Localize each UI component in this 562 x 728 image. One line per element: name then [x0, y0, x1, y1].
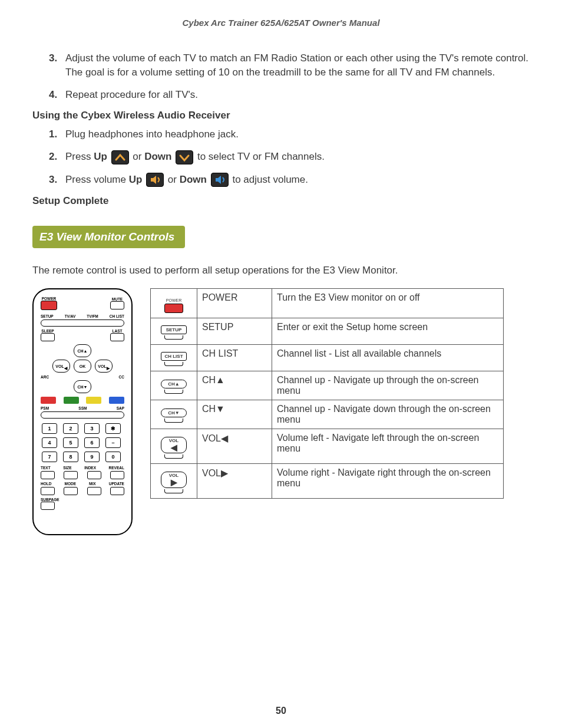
remote-green-key-icon [64, 397, 79, 404]
channel-down-icon [176, 150, 193, 164]
remote-key-4: 4 [42, 437, 57, 448]
mini-voll-icon: VOL◀ [161, 437, 187, 453]
remote-row2-bar-icon [41, 319, 124, 327]
mini-under-icon [164, 454, 183, 459]
table-row: CH▼ CH▼ Channel up - Navigate down throu… [151, 400, 504, 429]
remote-size-label: SIZE [63, 466, 71, 470]
remote-key-8: 8 [63, 452, 78, 462]
remote-update-button-icon [110, 487, 124, 495]
page-number: 50 [0, 706, 562, 716]
mini-volr-icon: VOL▶ [161, 472, 187, 488]
remote-key-1: 1 [42, 423, 57, 434]
chlist-icon-cell: CH LIST [151, 345, 197, 371]
table-row: CH▲ CH▲ Channel up - Navigate up through… [151, 371, 504, 400]
remote-mix-button-icon [87, 487, 101, 495]
triangle-right-icon: ▶ [171, 477, 177, 487]
control-desc: Channel list - List all available channe… [272, 345, 504, 371]
control-desc: Volume left - Navigate left through the … [272, 429, 504, 464]
table-row: CH LIST CH LIST Channel list - List all … [151, 345, 504, 371]
remote-key-0: 0 [105, 452, 121, 462]
remote-sleep-label: SLEEP [41, 329, 55, 333]
remote-diagram: POWER MUTE SETUP TV/AV TV/FM CH LIST SLE… [32, 288, 133, 535]
bold-down: Down [180, 174, 207, 185]
lower-layout: POWER MUTE SETUP TV/AV TV/FM CH LIST SLE… [32, 288, 530, 535]
remote-key-2: 2 [63, 423, 78, 434]
control-desc: Enter or exit the Setup home screen [272, 318, 504, 345]
mini-under-icon [164, 489, 183, 493]
remote-ok-icon: OK [74, 360, 91, 373]
power-icon-cell: POWER [151, 289, 197, 318]
step-text: Press Up or Down to select TV or FM chan… [65, 150, 530, 164]
receiver-step-3: 3. Press volume Up or Down to adjust vol… [49, 173, 530, 187]
remote-setup-label: SETUP [41, 314, 54, 318]
bold-down: Down [144, 151, 171, 162]
remote-subpage-button-icon [41, 502, 55, 510]
table-row: VOL◀ VOL◀ Volume left - Navigate left th… [151, 429, 504, 464]
control-name: CH▼ [197, 400, 272, 429]
step-number: 1. [49, 127, 65, 141]
remote-chlist-label: CH LIST [110, 314, 124, 318]
step-number: 3. [49, 173, 65, 187]
mini-under-icon [164, 362, 183, 366]
remote-mute-label: MUTE [110, 297, 124, 301]
mini-power-label: POWER [166, 298, 181, 302]
mini-under-icon [164, 390, 183, 394]
remote-psm-bar-icon [41, 411, 124, 419]
remote-key-7: 7 [42, 452, 57, 462]
text-post: to select TV or FM channels. [197, 151, 325, 162]
remote-index-label: INDEX [84, 466, 96, 470]
remote-key-6: 6 [84, 437, 100, 448]
remote-update-label: UPDATE [109, 482, 124, 486]
table-row: VOL▶ VOL▶ Volume right - Navigate right … [151, 464, 504, 499]
remote-subpage-label: SUBPAGE [41, 498, 124, 502]
controls-table: POWER POWER Turn the E3 View monitor on … [150, 288, 504, 499]
triangle-left-icon: ◀ [171, 443, 177, 452]
remote-blue-key-icon [109, 397, 124, 404]
remote-psm-label: PSM [41, 406, 49, 410]
remote-mode-button-icon [64, 487, 78, 495]
receiver-step-2: 2. Press Up or Down to select TV or FM c… [49, 150, 530, 164]
text-mid: or [133, 151, 144, 162]
control-desc: Channel up - Navigate down through the o… [272, 400, 504, 429]
remote-power-button-icon [41, 301, 57, 310]
chdn-icon-cell: CH▼ [151, 400, 197, 429]
remote-ch-up-icon: CH▲ [74, 344, 91, 357]
remote-mute-button-icon [110, 301, 124, 309]
manual-page: Cybex Arc Trainer 625A/625AT Owner's Man… [0, 0, 562, 728]
step-number: 3. [49, 51, 65, 80]
control-name: POWER [197, 289, 272, 318]
remote-hold-button-icon [41, 487, 55, 495]
table-row: POWER POWER Turn the E3 View monitor on … [151, 289, 504, 318]
remote-ch-down-icon: CH▼ [74, 380, 91, 393]
setup-icon-cell: SETUP [151, 318, 197, 345]
step-text: Adjust the volume of each TV to match an… [65, 51, 530, 80]
text-pre: Press volume [65, 174, 129, 185]
receiver-step-1: 1. Plug headphones into headphone jack. [49, 127, 530, 141]
mini-under-icon [164, 335, 183, 340]
remote-key-dash: – [105, 437, 121, 448]
text-post: to adjust volume. [232, 174, 308, 185]
remote-arc-label: ARC [41, 375, 49, 379]
remote-reveal-label: REVEAL [109, 466, 124, 470]
control-name: CH LIST [197, 345, 272, 371]
text-pre: Press [65, 151, 94, 162]
remote-sleep-button-icon [41, 333, 55, 341]
section-title: E3 View Monitor Controls [32, 226, 185, 248]
remote-key-star: ✱ [105, 423, 121, 434]
remote-key-9: 9 [84, 452, 100, 462]
remote-sap-label: SAP [117, 406, 124, 410]
control-desc: Channel up - Navigate up through the on-… [272, 371, 504, 400]
remote-text-button-icon [41, 471, 55, 479]
step-text: Repeat procedure for all TV's. [65, 88, 530, 102]
step-4: 4. Repeat procedure for all TV's. [49, 88, 530, 102]
step-text: Press volume Up or Down to adjust volume… [65, 173, 530, 187]
step-3: 3. Adjust the volume of each TV to match… [49, 51, 530, 80]
remote-last-button-icon [110, 333, 124, 341]
vol-r-text: VOL [98, 364, 106, 368]
control-name: VOL▶ [197, 464, 272, 499]
mini-chup-icon: CH▲ [161, 380, 187, 388]
remote-yellow-key-icon [86, 397, 101, 404]
remote-tvfm-label: TV/FM [87, 314, 98, 318]
step-number: 2. [49, 150, 65, 164]
mini-chlist-icon: CH LIST [161, 352, 187, 361]
